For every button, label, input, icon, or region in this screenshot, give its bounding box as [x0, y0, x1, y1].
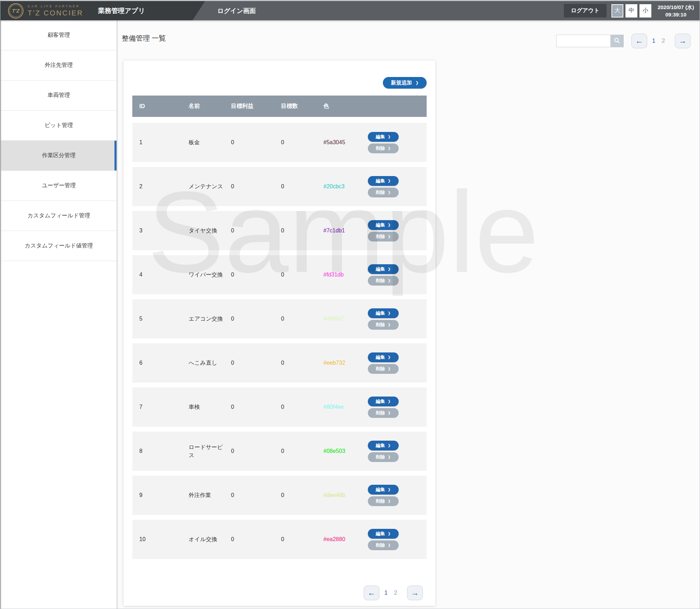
datetime-display: 2020/10/07 (水) 09:39:10 [656, 4, 695, 18]
cell-color-code: #08e503 [323, 448, 368, 454]
font-size-button[interactable]: 小 [639, 4, 651, 18]
time-text: 09:39:10 [656, 11, 695, 18]
chevron-right-icon: ❯ [388, 146, 391, 150]
edit-button[interactable]: 編集❯ [368, 529, 399, 539]
search-box [556, 35, 624, 47]
cell-target-profit: 0 [231, 139, 281, 146]
font-size-button[interactable]: 中 [625, 4, 637, 18]
chevron-right-icon: ❯ [388, 488, 391, 491]
brand-logo-icon: T'Z [8, 3, 23, 19]
edit-button[interactable]: 編集❯ [368, 264, 399, 274]
sidebar-item[interactable]: 外注先管理 [1, 50, 117, 80]
chevron-right-icon: ❯ [388, 135, 391, 139]
search-icon [614, 37, 621, 45]
edit-button[interactable]: 編集❯ [368, 441, 399, 450]
brand-logo: T'Z CAR LIFE PARTNER T'Z CONCIER [8, 3, 83, 19]
main-content: 整備管理 一覧 ← 1 2 → [118, 20, 700, 609]
delete-button[interactable]: 削除❯ [368, 232, 399, 241]
search-input[interactable] [556, 35, 610, 47]
sidebar-item[interactable]: 作業区分管理 [1, 141, 117, 171]
edit-button[interactable]: 編集❯ [368, 485, 399, 495]
cell-color-code: #dee48b [323, 492, 368, 498]
pagination-top: ← 1 2 → [631, 34, 691, 48]
add-new-button[interactable]: 新規追加❯ [383, 77, 427, 89]
logout-button[interactable]: ログアウト [564, 4, 607, 18]
cell-id: 7 [139, 404, 189, 410]
chevron-right-icon: ❯ [388, 323, 391, 327]
page-number-1[interactable]: 1 [652, 37, 655, 44]
delete-button[interactable]: 削除❯ [368, 452, 399, 462]
cell-target-profit: 0 [231, 272, 281, 278]
table-row: 2 メンテナンス 0 0 #20cbc3 編集❯ 削除❯ [132, 167, 427, 206]
next-page-button[interactable]: → [675, 34, 691, 48]
edit-button[interactable]: 編集❯ [368, 132, 399, 142]
column-header-name: 名前 [189, 103, 231, 110]
font-size-button[interactable]: 大 [611, 4, 623, 18]
delete-button[interactable]: 削除❯ [368, 408, 399, 418]
cell-color-code: #5a3045 [323, 139, 368, 146]
edit-button[interactable]: 編集❯ [368, 397, 399, 406]
cell-id: 9 [139, 492, 189, 498]
prev-page-button[interactable]: ← [364, 586, 379, 600]
sidebar-divider [117, 20, 118, 609]
cell-target-profit: 0 [231, 227, 281, 234]
chevron-right-icon: ❯ [415, 80, 419, 85]
date-text: 2020/10/07 (水) [656, 4, 695, 11]
list-card: 新規追加❯ ID 名前 目標利益 目標数 色 1 板金 0 0 #5a3045 … [124, 61, 435, 606]
delete-button[interactable]: 削除❯ [368, 496, 399, 506]
chevron-right-icon: ❯ [388, 190, 391, 194]
cell-color-code: #eeb732 [323, 360, 368, 366]
cell-name: へこみ直し [189, 359, 231, 367]
column-header-target-count: 目標数 [281, 103, 323, 110]
cell-name: エアコン交換 [189, 315, 231, 323]
sidebar-item[interactable]: ユーザー管理 [1, 171, 117, 201]
delete-button[interactable]: 削除❯ [368, 144, 399, 153]
edit-button[interactable]: 編集❯ [368, 176, 399, 186]
page-number-2[interactable]: 2 [662, 37, 665, 44]
delete-button[interactable]: 削除❯ [368, 320, 399, 330]
cell-id: 8 [139, 448, 189, 454]
sidebar-item[interactable]: 車両管理 [1, 80, 117, 111]
chevron-right-icon: ❯ [388, 367, 391, 371]
cell-name: 板金 [189, 138, 231, 146]
cell-actions: 編集❯ 削除❯ [368, 132, 427, 153]
cell-target-count: 0 [281, 360, 323, 366]
delete-button[interactable]: 削除❯ [368, 276, 399, 286]
right-arrow-icon: → [679, 37, 687, 45]
table-row: 4 ワイパー交換 0 0 #fd31db 編集❯ 削除❯ [132, 255, 427, 294]
cell-id: 6 [139, 360, 189, 366]
delete-button[interactable]: 削除❯ [368, 188, 399, 197]
cell-actions: 編集❯ 削除❯ [368, 529, 427, 550]
screen-tab-login: ログイン画面 [217, 1, 256, 20]
table-row: 8 ロードサービス 0 0 #08e503 編集❯ 削除❯ [132, 432, 427, 471]
cell-id: 10 [139, 536, 189, 542]
header-right-controls: ログアウト 大中小 2020/10/07 (水) 09:39:10 [564, 1, 695, 20]
table-row: 7 車検 0 0 #80f4ee 編集❯ 削除❯ [132, 387, 427, 427]
cell-name: オイル交換 [189, 535, 231, 543]
cell-id: 5 [139, 316, 189, 322]
brand-logo-text: CAR LIFE PARTNER T'Z CONCIER [28, 5, 83, 17]
cell-target-count: 0 [281, 227, 323, 234]
page-number-1[interactable]: 1 [384, 589, 387, 596]
next-page-button[interactable]: → [407, 586, 423, 600]
chevron-right-icon: ❯ [388, 499, 391, 503]
search-button[interactable] [610, 35, 624, 47]
chevron-right-icon: ❯ [388, 311, 391, 315]
cell-actions: 編集❯ 削除❯ [368, 397, 427, 418]
sidebar-item[interactable]: ピット管理 [1, 111, 117, 141]
table-row: 6 へこみ直し 0 0 #eeb732 編集❯ 削除❯ [132, 343, 427, 383]
prev-page-button[interactable]: ← [631, 34, 647, 48]
table-body: 1 板金 0 0 #5a3045 編集❯ 削除❯ 2 メンテナンス 0 0 #2… [132, 123, 427, 564]
delete-button[interactable]: 削除❯ [368, 540, 399, 550]
edit-button[interactable]: 編集❯ [368, 308, 399, 318]
edit-button[interactable]: 編集❯ [368, 220, 399, 230]
sidebar-item[interactable]: カスタムフィールド値管理 [1, 231, 117, 261]
font-size-switcher: 大中小 [611, 4, 651, 18]
page-number-2[interactable]: 2 [394, 589, 397, 596]
chevron-right-icon: ❯ [388, 279, 391, 282]
sidebar-item[interactable]: 顧客管理 [1, 20, 117, 50]
sidebar-item[interactable]: カスタムフィールド管理 [1, 201, 117, 231]
edit-button[interactable]: 編集❯ [368, 352, 399, 362]
cell-name: 外注作業 [189, 491, 231, 499]
delete-button[interactable]: 削除❯ [368, 364, 399, 374]
